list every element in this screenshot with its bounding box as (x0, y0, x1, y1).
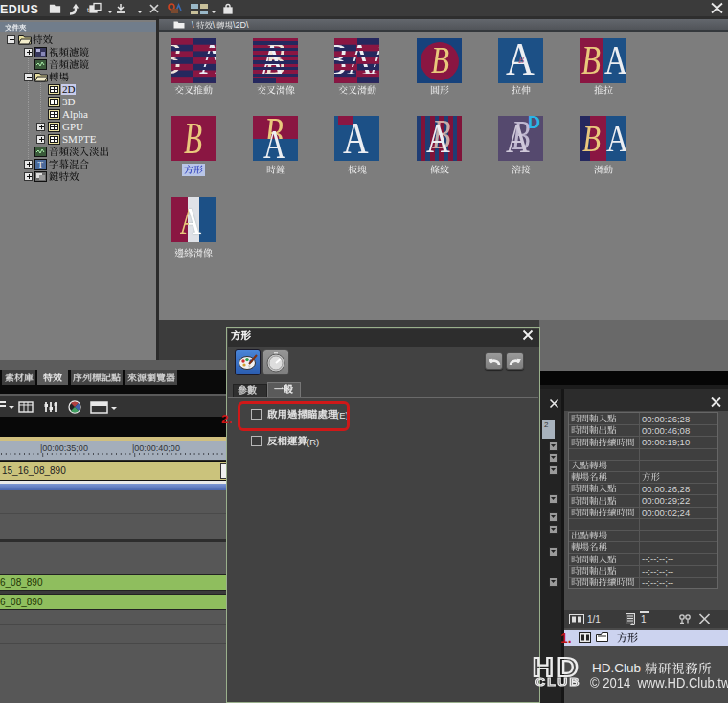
svg-text:t: t (87, 7, 89, 13)
svg-text:T: T (38, 160, 44, 170)
